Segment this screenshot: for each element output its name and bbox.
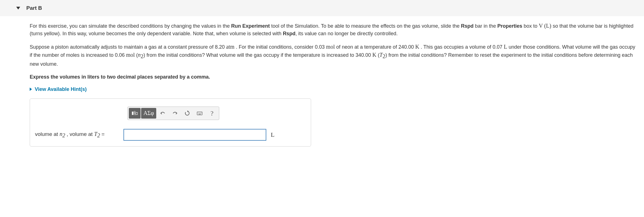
part-header: Part B (0, 0, 644, 16)
text: ) from the initial conditions? What volu… (143, 52, 372, 58)
templates-icon: x □ (131, 110, 138, 117)
k-unit-2: K (372, 52, 376, 58)
text: ( (376, 52, 379, 58)
answer-row: volume at n2 , volume at T2 = L (35, 129, 306, 141)
svg-point-6 (199, 113, 200, 113)
redo-button[interactable] (169, 108, 181, 119)
n2-var: n (138, 52, 141, 58)
t2-sub: 2 (382, 53, 385, 59)
hints-label: View Available Hint(s) (35, 86, 87, 93)
keyboard-icon (196, 110, 203, 117)
answer-box: x □ ΑΣφ (30, 98, 311, 147)
answer-unit: L (271, 130, 274, 139)
k-unit: K (415, 44, 419, 50)
text: tool of the Simulation. To be able to me… (270, 23, 461, 29)
expand-icon (30, 88, 32, 91)
svg-point-8 (201, 113, 202, 113)
part-title: Part B (26, 5, 42, 11)
redo-icon (172, 110, 178, 117)
vl-symbol: V (L) (539, 23, 551, 29)
paragraph-1: For this exercise, you can simulate the … (30, 22, 636, 37)
content-area: For this exercise, you can simulate the … (0, 22, 644, 147)
answer-label: volume at n2 , volume at T2 = (35, 130, 119, 140)
l-unit: L (504, 44, 507, 50)
label-T: T (94, 131, 97, 137)
undo-button[interactable] (157, 108, 169, 119)
reset-icon (184, 110, 191, 117)
svg-rect-9 (199, 114, 201, 114)
keyboard-button[interactable] (194, 108, 206, 119)
atm-unit: atm (226, 44, 234, 50)
text: For this exercise, you can simulate the … (30, 23, 231, 29)
text: bar in the (473, 23, 497, 29)
label-T-sub: 2 (97, 132, 100, 138)
text: Suppose a piston automatically adjusts t… (30, 44, 226, 50)
rspd-label-2: Rspd (283, 31, 295, 36)
label-text: , volume at (65, 131, 94, 137)
text: , its value can no longer be directly co… (295, 31, 398, 36)
svg-point-5 (198, 113, 199, 113)
text: of neon at a temperature of 240.00 (335, 44, 415, 50)
equation-toolbar: x □ ΑΣφ (127, 107, 219, 120)
n2-sub: 2 (141, 53, 143, 59)
answer-input[interactable] (123, 129, 266, 141)
svg-point-7 (200, 113, 201, 113)
run-experiment-label: Run Experiment (231, 23, 270, 29)
svg-rect-3 (136, 112, 137, 115)
templates-button[interactable]: x □ (129, 108, 141, 119)
svg-rect-4 (197, 112, 202, 115)
label-text: volume at (35, 131, 60, 137)
rspd-label: Rspd (461, 23, 473, 29)
text: ( (135, 52, 138, 58)
label-eq: = (100, 131, 104, 137)
text: . For the initial conditions, consider 0… (234, 44, 326, 50)
collapse-icon[interactable] (16, 7, 20, 10)
label-n: n (60, 131, 62, 137)
mol-unit: mol (326, 44, 335, 50)
svg-rect-0 (132, 112, 134, 115)
paragraph-2: Suppose a piston automatically adjusts t… (30, 43, 636, 68)
properties-label: Properties (497, 23, 522, 29)
t2-var: T (379, 52, 382, 58)
special-chars-button[interactable]: ΑΣφ (141, 108, 156, 119)
instruction-text: Express the volumes in liters to two dec… (30, 73, 636, 81)
text: . This gas occupies a volume of 0.07 (419, 44, 504, 50)
help-button[interactable]: ? (206, 108, 218, 119)
label-n-sub: 2 (62, 132, 65, 138)
hints-toggle[interactable]: View Available Hint(s) (30, 86, 636, 93)
mol-unit-2: mol (126, 52, 135, 58)
text: box to (522, 23, 539, 29)
reset-button[interactable] (181, 108, 193, 119)
undo-icon (159, 110, 166, 117)
